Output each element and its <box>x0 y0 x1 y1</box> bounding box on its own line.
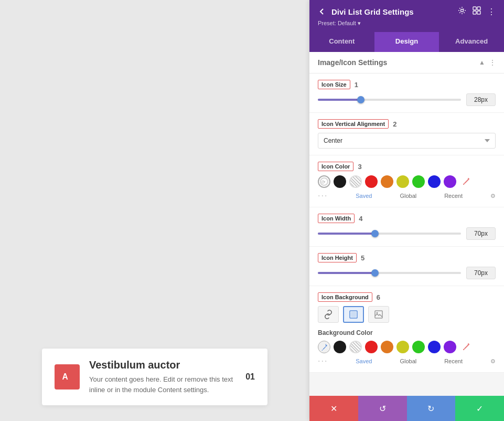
panel-footer: ✕ ↺ ↻ ✓ <box>309 396 504 421</box>
redo-button[interactable]: ↻ <box>407 396 456 421</box>
panel-header-left: Divi List Grid Settings <box>318 7 414 16</box>
icon-color-purple[interactable] <box>444 175 456 188</box>
svg-rect-5 <box>477 11 480 14</box>
panel-title: Divi List Grid Settings <box>331 7 414 16</box>
icon-color-global[interactable]: Global <box>400 193 416 199</box>
svg-text:A: A <box>62 372 68 381</box>
icon-color-yellow[interactable] <box>396 175 409 188</box>
card-text: Your content goes here. Edit or remove t… <box>89 374 236 395</box>
icon-width-fill <box>318 233 375 235</box>
icon-color-black[interactable] <box>334 175 346 188</box>
panel-body: Image/Icon Settings ▲ ⋮ Icon Size 1 28px <box>309 52 504 396</box>
icon-bg-number: 6 <box>377 293 380 301</box>
icon-width-track[interactable] <box>318 233 461 235</box>
icon-color-recent[interactable]: Recent <box>444 193 463 199</box>
icon-height-label: Icon Height <box>318 253 357 262</box>
bg-color-green[interactable] <box>412 341 425 353</box>
icon-color-blue[interactable] <box>428 175 441 188</box>
bg-color-gear[interactable]: ⚙ <box>490 358 496 365</box>
icon-va-label: Icon Vertical Alignment <box>318 119 389 129</box>
icon-color-block: Icon Color 3 ⟳ <box>309 155 504 207</box>
bg-color-eyedropper-btn[interactable] <box>318 341 330 353</box>
icon-bg-toggles <box>318 306 496 323</box>
icon-bg-image-btn[interactable] <box>368 306 389 323</box>
svg-text:⟳: ⟳ <box>321 180 326 185</box>
icon-va-label-row: Icon Vertical Alignment 2 <box>318 119 496 129</box>
icon-color-label: Icon Color <box>318 162 353 171</box>
icon-bg-label-row: Icon Background 6 <box>318 292 496 302</box>
section-controls: ▲ ⋮ <box>479 59 496 66</box>
bg-color-purple[interactable] <box>444 341 456 353</box>
bg-color-yellow[interactable] <box>396 341 409 353</box>
panel-header-icons: ⋮ <box>458 6 496 17</box>
layout-icon[interactable] <box>473 6 481 17</box>
bg-color-label: Background Color <box>318 329 496 336</box>
svg-rect-3 <box>477 7 480 10</box>
icon-color-actions: ··· Saved Global Recent ⚙ <box>318 191 496 201</box>
tab-advanced[interactable]: Advanced <box>439 32 504 52</box>
svg-rect-8 <box>351 312 356 317</box>
more-icon[interactable]: ⋮ <box>487 7 496 17</box>
list-card-content: Vestibulum auctor Your content goes here… <box>89 359 236 395</box>
undo-button[interactable]: ↺ <box>358 396 407 421</box>
icon-bg-link-btn[interactable] <box>318 306 339 323</box>
panel-preset[interactable]: Preset: Default ▾ <box>318 20 496 27</box>
icon-height-label-row: Icon Height 5 <box>318 253 496 262</box>
icon-height-fill <box>318 272 375 274</box>
icon-size-label-row: Icon Size 1 <box>318 80 496 89</box>
icon-color-orange[interactable] <box>381 175 393 188</box>
bg-color-saved[interactable]: Saved <box>356 358 372 364</box>
bg-color-actions: ··· Saved Global Recent ⚙ <box>318 356 496 366</box>
section-title: Image/Icon Settings <box>318 58 387 67</box>
bg-color-transparent[interactable] <box>349 341 362 353</box>
icon-height-track[interactable] <box>318 272 461 274</box>
section-collapse-button[interactable]: ▲ <box>479 59 485 66</box>
icon-width-value[interactable]: 70px <box>466 227 496 240</box>
icon-color-dots[interactable]: ··· <box>318 191 328 201</box>
icon-size-thumb[interactable] <box>357 96 364 103</box>
bg-color-red[interactable] <box>365 341 378 353</box>
section-header: Image/Icon Settings ▲ ⋮ <box>309 52 504 73</box>
icon-size-number: 1 <box>355 81 358 89</box>
bg-color-blue[interactable] <box>428 341 441 353</box>
settings-icon[interactable] <box>458 6 466 17</box>
icon-size-value[interactable]: 28px <box>466 93 496 106</box>
icon-color-current[interactable]: ⟳ <box>318 175 330 188</box>
icon-width-label-row: Icon Width 4 <box>318 214 496 223</box>
icon-height-block: Icon Height 5 70px <box>309 247 504 286</box>
icon-color-gear[interactable]: ⚙ <box>490 193 496 199</box>
icon-width-label: Icon Width <box>318 214 355 223</box>
icon-color-transparent[interactable] <box>349 175 362 188</box>
tab-content[interactable]: Content <box>309 32 374 52</box>
icon-size-track[interactable] <box>318 99 461 101</box>
icon-color-number: 3 <box>358 163 361 171</box>
icon-vertical-alignment-block: Icon Vertical Alignment 2 Center Top Bot… <box>309 113 504 155</box>
bg-color-recent[interactable]: Recent <box>444 358 463 364</box>
icon-bg-square-btn[interactable] <box>343 306 364 323</box>
icon-height-thumb[interactable] <box>371 269 379 277</box>
panel-header-top: Divi List Grid Settings <box>318 6 496 17</box>
back-button[interactable] <box>318 7 326 16</box>
svg-rect-2 <box>473 7 476 10</box>
section-more-button[interactable]: ⋮ <box>489 59 496 66</box>
icon-color-swatches: ⟳ <box>318 175 496 188</box>
icon-color-green[interactable] <box>412 175 425 188</box>
icon-color-red[interactable] <box>365 175 378 188</box>
cancel-button[interactable]: ✕ <box>309 396 358 421</box>
icon-bg-label: Icon Background <box>318 292 372 302</box>
icon-va-number: 2 <box>393 120 396 128</box>
eyedropper-icon[interactable] <box>459 175 472 188</box>
save-button[interactable]: ✓ <box>455 396 504 421</box>
bg-color-global[interactable]: Global <box>400 358 416 364</box>
bg-color-dots[interactable]: ··· <box>318 356 328 366</box>
icon-height-value[interactable]: 70px <box>466 267 496 279</box>
icon-width-thumb[interactable] <box>371 230 379 237</box>
preview-area: A Vestibulum auctor Your content goes he… <box>0 0 309 421</box>
bg-color-orange[interactable] <box>381 341 393 353</box>
tab-design[interactable]: Design <box>374 32 439 52</box>
bg-color-black[interactable] <box>334 341 346 353</box>
icon-color-saved[interactable]: Saved <box>356 193 372 199</box>
bg-color-swatches <box>318 341 496 353</box>
bg-eyedropper-icon[interactable] <box>459 341 472 353</box>
icon-va-select[interactable]: Center Top Bottom <box>318 133 496 149</box>
